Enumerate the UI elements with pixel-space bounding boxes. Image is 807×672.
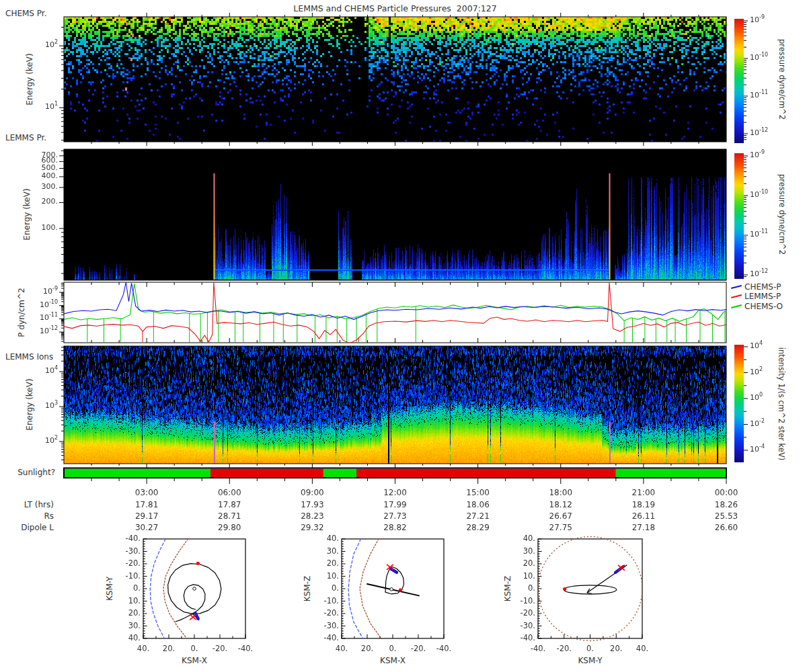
orbit-y-tick-label: -10. [126,571,141,581]
orbit-y-tick-label: 0. [528,583,535,593]
time-label: 15:00 [458,488,498,497]
orbit-x-tick-label: 40. [629,644,656,653]
colorbar-chems [734,19,744,143]
sunlight-segment [616,469,726,478]
magnetopause-curve [163,539,188,638]
orbit-x-tick-label: 0. [577,644,604,653]
orbit-tail [176,614,192,622]
ions-spectrogram-canvas [64,346,726,464]
lemms-ytick-label: 500. [42,163,59,172]
ephemeris-value: 30.27 [126,523,167,532]
time-label: 03:00 [126,488,167,497]
ephemeris-row-label-lt: LT (hrs) [0,500,54,509]
orbit-x-tick-label: -20. [551,644,578,653]
saturn-marker [193,587,196,591]
orbit-y-tick-label: -30. [521,621,535,630]
lemms-colorbar-label: 10-12 [750,269,768,278]
time-label: 06:00 [209,488,249,497]
sunlight-segment [356,469,616,478]
colorbar-title-ions: intensity 1/(s cm^2 ster keV) [777,330,786,478]
lemms-ytick-label: 200. [42,197,59,206]
sunlight-segment [323,469,356,478]
y-axis-title-chems: Energy (keV) [25,32,34,126]
orbit-x-tick-label: 20. [155,644,182,653]
chems-spectrogram-canvas [64,17,726,142]
bow-shock-curve [348,539,362,638]
pressure-ytick-label: 10-10 [40,300,58,309]
trajectory-arrowhead [587,593,592,594]
orbit-a-y-title: KSM-Y [105,548,114,629]
lemms-ytick-label: 100. [42,223,59,232]
pressure-lines [64,282,726,343]
ephemeris-value: 28.23 [292,511,332,521]
saturn-marker [390,588,393,591]
orbit-y-tick-label: 20. [128,608,141,618]
sunlight-frame [64,468,726,478]
end-marker-x [387,564,393,570]
orbit-y-tick-label: -20. [521,608,535,618]
ephemeris-value: 28.71 [209,511,249,521]
start-marker-dot [399,588,402,591]
ephemeris-value: 29.80 [209,523,249,532]
orbit-equatorial-ellipse [564,585,617,594]
orbit-y-tick-label: 40. [128,633,141,642]
orbit-x-tick-label: 20. [354,644,381,653]
ephemeris-value: 17.93 [292,500,332,509]
end-marker-x [618,565,625,571]
ephemeris-value: 29.32 [292,523,332,532]
orbit-y-tick-label: -40. [324,633,339,642]
ions-colorbar-label: 10-4 [750,445,765,454]
bow-shock-curve [150,539,165,638]
colorbar-title-lemms: pressure dyne/cm^2 [777,147,787,282]
ions-colorbar-label: 104 [750,341,763,350]
pressure-ytick-label: 10-11 [40,313,58,322]
orbit-y-tick-label: -10. [324,596,339,605]
colorbar-title-chems: pressure dyne/cm^2 [777,12,787,146]
orbit-x-tick-label: 40. [130,644,157,653]
legend-label: LEMMS-P [744,292,781,301]
orbit-b-x-title: KSM-X [342,656,444,665]
ions-colorbar-label: 102 [750,368,763,376]
orbit-y-tick-label: 30. [523,546,535,556]
orbit-x-tick-label: -20. [206,644,233,653]
y-axis-title-pressure: P dyn/cm^2 [17,265,26,360]
ephemeris-value: 27.73 [375,511,416,521]
ephemeris-value: 28.29 [458,523,498,532]
y-axis-title-ions: Energy (keV) [25,358,34,452]
legend-item: LEMMS-P [731,292,781,301]
orbit-y-tick-label: 10. [327,571,339,581]
orbit-y-tick-label: 20. [327,558,339,568]
current-position-segment [391,569,397,573]
orbit-y-tick-label: -10. [521,596,535,605]
orbit-a-x-title: KSM-X [143,656,245,665]
orbit-x-tick-label: -40. [525,644,551,653]
current-position-segment [196,614,198,619]
legend-line-lemms-p [731,294,742,298]
chems-ytick-label: 102 [45,40,58,49]
ions-ytick-label: 104 [45,366,58,375]
sunlight-segment [210,469,323,478]
ions-ytick-label: 103 [45,401,58,410]
colorbar-lemms [734,153,744,279]
orbit-frame [538,539,642,638]
orbit-y-tick-label: 30. [327,546,339,556]
y-axis-title-lemms: Energy (keV) [22,167,32,261]
legend-label: CHEMS-O [744,302,783,311]
ephemeris-value: 18.06 [458,500,498,509]
orbit-frame [143,539,245,638]
magnetopause-circle [538,537,642,641]
orbit-y-tick-label: 0. [332,583,339,593]
ephemeris-value: 27.18 [623,523,664,532]
orbit-trajectory [367,584,419,595]
legend-item: CHEMS-P [731,282,781,292]
orbit-y-tick-label: -20. [324,608,339,618]
ephemeris-value: 18.12 [541,500,581,509]
lemms-colorbar-label: 10-9 [750,151,765,159]
ephemeris-row-label-dipole: Dipole L [0,523,54,532]
orbit-y-tick-label: 40. [327,534,339,543]
panel-frame [64,282,726,343]
panel-label-lemms: LEMMS Pr. [5,133,46,142]
orbit-y-tick-label: 40. [523,534,535,543]
orbit-inner-loop [385,566,404,594]
orbit-y-tick-label: -30. [126,546,141,556]
